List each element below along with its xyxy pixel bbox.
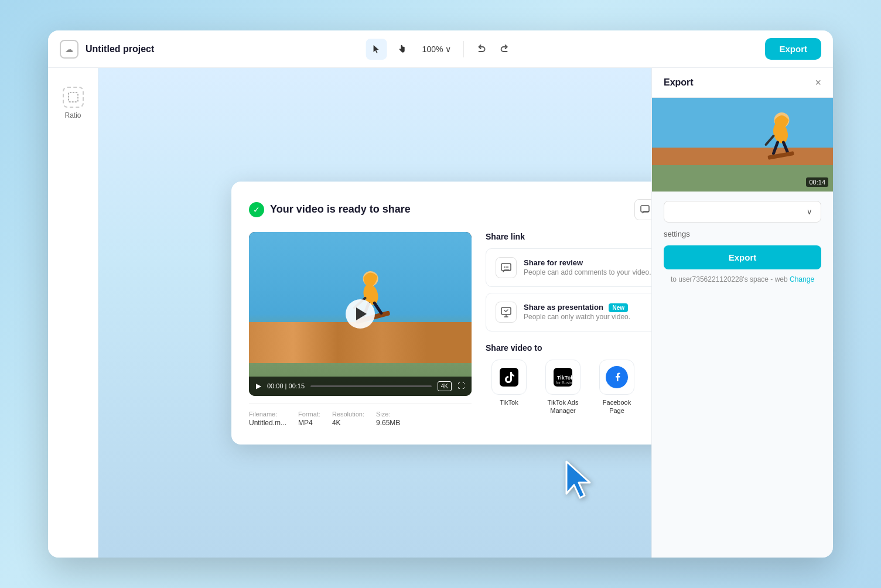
export-close-button[interactable]: × — [815, 77, 821, 88]
meta-format: Format: MP4 — [298, 411, 320, 427]
export-button[interactable]: Export — [765, 38, 821, 60]
play-triangle-icon — [356, 307, 367, 320]
toolbar-center: 100% ∨ — [366, 39, 515, 60]
svg-point-10 — [506, 266, 507, 268]
ratio-icon — [63, 87, 84, 108]
filename-label: Filename: — [249, 411, 286, 418]
skater-scene — [249, 232, 472, 396]
hand-tool-button[interactable] — [392, 39, 413, 60]
app-window: ☁ Untitled project 100% ∨ — [48, 30, 833, 558]
export-action-button[interactable]: Export — [664, 245, 821, 269]
check-icon: ✓ — [249, 202, 264, 217]
facebook-label: Facebook Page — [603, 398, 631, 415]
meta-size: Size: 9.65MB — [376, 411, 400, 427]
svg-point-9 — [504, 266, 505, 268]
logo-icon: ☁ — [60, 40, 78, 59]
tiktok-icon-box — [491, 360, 527, 395]
cloud-icon: ☁ — [65, 45, 73, 54]
svg-point-11 — [507, 266, 508, 268]
preview-image — [652, 98, 833, 192]
svg-line-7 — [374, 302, 381, 313]
size-label: Size: — [376, 411, 400, 418]
video-meta: Filename: Untitled.m... Format: MP4 Reso… — [249, 403, 472, 427]
facebook-icon-box — [599, 360, 634, 395]
time-display: 00:00 | 00:15 — [267, 382, 305, 389]
zoom-value: 100% — [422, 45, 443, 54]
tiktok-ads-icon-box: TikTok for Business — [545, 360, 580, 395]
undo-redo-group — [470, 39, 515, 60]
undo-button[interactable] — [470, 39, 491, 60]
project-title: Untitled project — [86, 44, 154, 54]
tiktok-card[interactable]: TikTok — [486, 360, 532, 415]
export-preview-thumb: 00:14 — [652, 98, 833, 192]
change-link[interactable]: Change — [790, 275, 814, 283]
resolution-label: Resolution: — [332, 411, 364, 418]
quality-badge: 4K — [438, 381, 452, 391]
tiktok-ads-label: TikTok Ads Manager — [548, 398, 579, 415]
new-badge: New — [609, 303, 628, 312]
meta-filename: Filename: Untitled.m... — [249, 411, 286, 427]
modal-header: ✓ Your video is ready to share — [249, 199, 682, 220]
tiktok-label: TikTok — [500, 398, 518, 406]
size-value: 9.65MB — [376, 419, 400, 427]
export-options: ∨ settings Export to user7356221120228's… — [652, 192, 833, 558]
export-panel-header: Export × — [652, 68, 833, 98]
play-button[interactable] — [346, 299, 375, 329]
select-tool-button[interactable] — [366, 39, 387, 60]
share-review-icon — [496, 257, 517, 278]
svg-text:for Business: for Business — [556, 381, 572, 385]
filename-value: Untitled.m... — [249, 419, 286, 427]
progress-bar[interactable] — [310, 385, 432, 387]
format-label: Format: — [298, 411, 320, 418]
svg-rect-0 — [69, 93, 78, 102]
export-panel: Export × 00:14 — [651, 68, 833, 558]
video-preview: ▶ 00:00 | 00:15 4K ⛶ — [249, 232, 472, 427]
export-settings-label: settings — [664, 230, 821, 238]
resolution-value: 4K — [332, 419, 364, 427]
thumb-duration: 00:14 — [806, 177, 828, 187]
zoom-selector[interactable]: 100% ∨ — [418, 42, 456, 56]
fullscreen-icon[interactable]: ⛶ — [457, 382, 465, 390]
format-dropdown[interactable]: ∨ — [664, 201, 821, 223]
share-presentation-icon — [496, 302, 517, 323]
share-modal: ✓ Your video is ready to share — [231, 182, 700, 445]
cursor-arrow — [558, 456, 605, 511]
chevron-down-icon: ∨ — [445, 45, 451, 54]
left-sidebar: Ratio — [48, 68, 98, 558]
toolbar-divider — [463, 41, 463, 57]
modal-title: Your video is ready to share — [270, 203, 411, 216]
export-save-info: to user7356221120228's space - web Chang… — [664, 275, 821, 283]
cursor-svg — [558, 456, 605, 508]
video-container: ▶ 00:00 | 00:15 4K ⛶ — [249, 232, 472, 396]
svg-text:TikTok: TikTok — [557, 375, 572, 381]
ratio-label: Ratio — [64, 111, 81, 119]
redo-button[interactable] — [494, 39, 515, 60]
main-content: Ratio ✓ Your video is ready to share — [48, 68, 833, 558]
svg-rect-13 — [500, 368, 518, 387]
format-value: MP4 — [298, 419, 320, 427]
meta-resolution: Resolution: 4K — [332, 411, 364, 427]
sidebar-item-ratio[interactable]: Ratio — [53, 80, 94, 127]
save-info-text: to user7356221120228's space - web — [671, 275, 788, 283]
total-time: 00:15 — [289, 382, 305, 389]
facebook-card[interactable]: Facebook Page — [593, 360, 640, 415]
top-bar: ☁ Untitled project 100% ∨ — [48, 30, 833, 68]
svg-rect-21 — [652, 148, 833, 165]
play-pause-icon[interactable]: ▶ — [256, 382, 261, 390]
dropdown-chevron-icon: ∨ — [807, 207, 812, 216]
current-time: 00:00 — [267, 382, 284, 389]
export-panel-title: Export — [664, 77, 694, 88]
tiktok-ads-card[interactable]: TikTok for Business TikTok Ads Manager — [539, 360, 586, 415]
modal-body: ▶ 00:00 | 00:15 4K ⛶ — [249, 232, 682, 427]
video-controls: ▶ 00:00 | 00:15 4K ⛶ — [249, 377, 472, 396]
